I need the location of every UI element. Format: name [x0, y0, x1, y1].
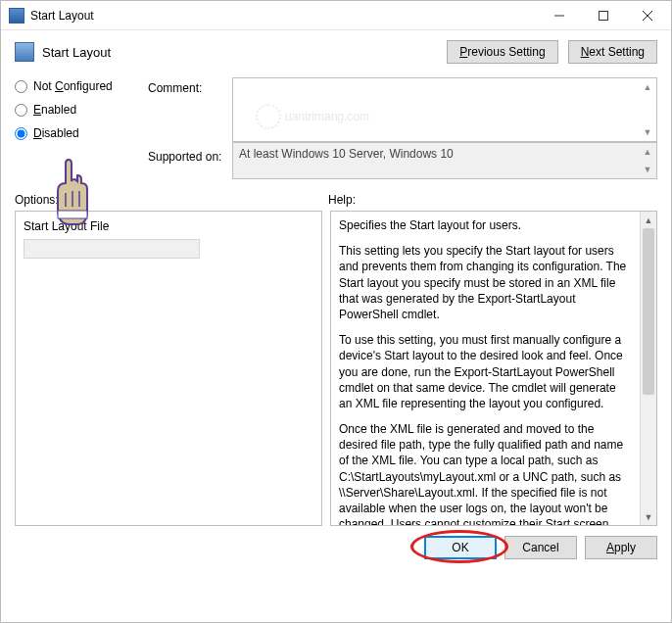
- maximize-button[interactable]: [581, 2, 625, 29]
- next-setting-button[interactable]: Next Setting: [568, 40, 657, 64]
- help-p4: Once the XML file is generated and moved…: [339, 421, 632, 525]
- radio-enabled-label: Enabled: [33, 103, 76, 117]
- help-scroll-up[interactable]: ▲: [641, 212, 656, 228]
- state-radios: Not Configured Enabled Disabled: [15, 77, 142, 179]
- radio-disabled-label: Disabled: [33, 126, 79, 140]
- help-scroll-track[interactable]: [641, 228, 656, 508]
- radio-not-configured-input[interactable]: [15, 80, 27, 93]
- help-panel: Specifies the Start layout for users. Th…: [330, 211, 657, 526]
- minimize-button[interactable]: [537, 2, 581, 29]
- ok-button[interactable]: OK: [424, 536, 497, 559]
- help-p1: Specifies the Start layout for users.: [339, 217, 632, 233]
- supported-label: Supported on:: [148, 142, 226, 179]
- comment-textarea[interactable]: ▲ ▼: [232, 77, 657, 142]
- radio-disabled-input[interactable]: [15, 127, 27, 140]
- radio-enabled-input[interactable]: [15, 104, 27, 117]
- help-scrollbar[interactable]: ▲ ▼: [640, 212, 656, 525]
- svg-rect-1: [599, 11, 607, 20]
- panel-labels: Options: Help:: [1, 187, 671, 211]
- cancel-button[interactable]: Cancel: [504, 536, 577, 559]
- supported-scroll-down[interactable]: ▼: [641, 163, 654, 176]
- dialog-buttons: OK Cancel Apply: [1, 526, 671, 569]
- panels: Start Layout File Specifies the Start la…: [1, 211, 671, 526]
- policy-title: Start Layout: [42, 45, 437, 60]
- start-layout-file-label: Start Layout File: [24, 219, 313, 233]
- radio-not-configured[interactable]: Not Configured: [15, 79, 142, 93]
- window-controls: [537, 2, 669, 29]
- apply-button[interactable]: Apply: [585, 536, 657, 559]
- comment-scroll-up[interactable]: ▲: [641, 80, 654, 94]
- close-button[interactable]: [625, 2, 669, 29]
- window-icon: [9, 8, 24, 24]
- header-row: Start Layout Previous Setting Next Setti…: [1, 30, 671, 73]
- supported-value: At least Windows 10 Server, Windows 10: [239, 147, 454, 161]
- previous-setting-button[interactable]: Previous Setting: [447, 40, 557, 64]
- help-p2: This setting lets you specify the Start …: [339, 243, 632, 322]
- window-title: Start Layout: [30, 9, 537, 23]
- supported-box: At least Windows 10 Server, Windows 10 ▲…: [232, 142, 657, 179]
- comment-scroll-down[interactable]: ▼: [641, 125, 654, 139]
- start-layout-file-input[interactable]: [24, 239, 200, 259]
- radio-enabled[interactable]: Enabled: [15, 103, 142, 117]
- help-scroll-down[interactable]: ▼: [641, 508, 656, 525]
- help-text: Specifies the Start layout for users. Th…: [331, 212, 640, 525]
- help-p3: To use this setting, you must first manu…: [339, 332, 632, 411]
- help-label: Help:: [328, 193, 657, 207]
- options-panel: Start Layout File: [15, 211, 322, 526]
- supported-scroll-up[interactable]: ▲: [641, 145, 654, 159]
- comment-label: Comment:: [148, 77, 226, 142]
- radio-not-configured-label: Not Configured: [33, 79, 113, 93]
- help-scroll-thumb[interactable]: [643, 228, 654, 395]
- settings-grid: Not Configured Enabled Disabled Comment:…: [1, 73, 671, 187]
- title-bar: Start Layout: [1, 1, 671, 30]
- options-label: Options:: [15, 193, 328, 207]
- radio-disabled[interactable]: Disabled: [15, 126, 142, 140]
- policy-icon: [15, 42, 34, 62]
